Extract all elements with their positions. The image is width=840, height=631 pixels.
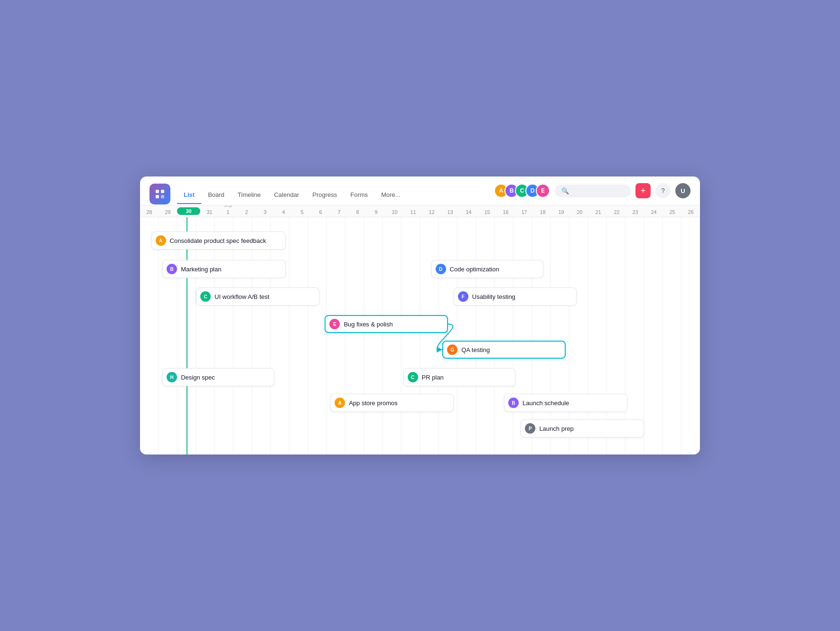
date-cell-28: 28: [140, 209, 159, 215]
task-label-t11: Launch schedule: [523, 399, 569, 407]
task-bar-t4[interactable]: DCode optimization: [431, 260, 543, 278]
task-label-t5: Usability testing: [472, 293, 515, 300]
task-bar-t7[interactable]: GQA testing: [442, 341, 566, 359]
app-window: List Board Timeline Calendar Progress Fo…: [140, 176, 700, 455]
task-bar-t5[interactable]: FUsability testing: [454, 288, 577, 306]
tab-forms[interactable]: Forms: [344, 188, 374, 204]
grid-line-11: [345, 217, 364, 455]
date-cell-11: 11: [404, 209, 422, 215]
tab-more[interactable]: More...: [374, 188, 407, 204]
grid-line-7: [271, 217, 289, 455]
task-label-t2: Marketing plan: [181, 266, 221, 273]
grid-line-20: [513, 217, 532, 455]
today-line: [187, 217, 187, 455]
date-cell-3: 3: [256, 209, 274, 215]
task-label-t1: Consolidate product spec feedback: [170, 237, 266, 244]
task-bar-t8[interactable]: HDesign spec: [162, 368, 274, 386]
task-avatar-t8: H: [167, 372, 177, 382]
tab-progress[interactable]: Progress: [306, 188, 344, 204]
grid-line-29: [681, 217, 700, 455]
tab-board[interactable]: Board: [201, 188, 231, 204]
date-cell-16: 16: [496, 209, 515, 215]
date-cell-15: 15: [478, 209, 496, 215]
date-cell-24: 24: [644, 209, 663, 215]
date-row: 28293031Sep12345678910111213141516171819…: [140, 205, 700, 217]
grid-line-27: [644, 217, 663, 455]
task-avatar-t7: G: [447, 344, 457, 355]
grid-line-25: [607, 217, 625, 455]
task-bar-t3[interactable]: CUI workflow A/B test: [196, 288, 319, 306]
app-icon: [149, 184, 170, 204]
grid-line-26: [625, 217, 644, 455]
grid-line-22: [551, 217, 569, 455]
svg-rect-1: [161, 190, 164, 193]
task-label-t4: Code optimization: [450, 266, 499, 273]
task-bar-t1[interactable]: AConsolidate product spec feedback: [151, 232, 286, 250]
grid-line-19: [495, 217, 513, 455]
grid-line-9: [308, 217, 327, 455]
task-avatar-t9: C: [408, 372, 418, 382]
grid-line-18: [476, 217, 495, 455]
grid-line-8: [289, 217, 308, 455]
grid-line-1: [159, 217, 177, 455]
task-avatar-t1: A: [156, 235, 166, 246]
task-avatar-t4: D: [436, 264, 446, 274]
task-label-t6: Bug fixes & polish: [344, 321, 392, 328]
date-cell-5: 5: [293, 209, 311, 215]
task-avatar-t11: B: [508, 398, 519, 408]
date-cell-30: 30: [177, 207, 200, 215]
date-cell-9: 9: [367, 209, 385, 215]
date-cell-25: 25: [663, 209, 681, 215]
add-button[interactable]: +: [635, 183, 651, 198]
date-cell-20: 20: [570, 209, 589, 215]
user-avatar[interactable]: U: [675, 183, 691, 198]
dependency-arrow: [140, 217, 700, 455]
grid-lines: [140, 217, 700, 455]
tab-list[interactable]: List: [177, 188, 201, 204]
task-bar-t9[interactable]: CPR plan: [403, 368, 515, 386]
search-input[interactable]: [572, 187, 624, 195]
header: List Board Timeline Calendar Progress Fo…: [140, 176, 700, 205]
date-cell-12: 12: [422, 209, 441, 215]
grid-line-12: [364, 217, 383, 455]
date-cell-17: 17: [515, 209, 533, 215]
grid-line-3: [196, 217, 215, 455]
grid-line-4: [215, 217, 233, 455]
tab-timeline[interactable]: Timeline: [231, 188, 268, 204]
grid-line-0: [140, 217, 159, 455]
svg-rect-2: [156, 195, 159, 198]
title-area: List Board Timeline Calendar Progress Fo…: [177, 185, 487, 204]
task-bar-t12[interactable]: PLaunch prep: [521, 419, 644, 437]
grid-line-28: [663, 217, 681, 455]
task-bar-t6[interactable]: EBug fixes & polish: [325, 315, 448, 333]
search-box[interactable]: 🔍: [555, 185, 631, 197]
tab-calendar[interactable]: Calendar: [267, 188, 306, 204]
grid-line-5: [233, 217, 252, 455]
task-avatar-t5: F: [458, 291, 468, 302]
help-button[interactable]: ?: [655, 183, 671, 198]
grid-line-21: [532, 217, 551, 455]
grid-line-13: [383, 217, 401, 455]
grid-line-24: [588, 217, 607, 455]
date-cell-4: 4: [274, 209, 293, 215]
timeline-area: 28293031Sep12345678910111213141516171819…: [140, 205, 700, 455]
task-bar-t2[interactable]: BMarketing plan: [162, 260, 286, 278]
date-cell-23: 23: [626, 209, 644, 215]
search-icon: 🔍: [561, 187, 569, 195]
grid-line-14: [401, 217, 420, 455]
date-cell-22: 22: [607, 209, 626, 215]
date-cell-6: 6: [311, 209, 330, 215]
header-right: A B C D E 🔍 + ? U: [494, 183, 691, 205]
date-cell-7: 7: [330, 209, 348, 215]
date-cell-26: 26: [681, 209, 700, 215]
date-cell-10: 10: [385, 209, 404, 215]
grid-line-10: [327, 217, 345, 455]
task-label-t8: Design spec: [181, 374, 215, 381]
grid-line-16: [439, 217, 457, 455]
task-bar-t10[interactable]: AApp store promos: [330, 394, 454, 412]
task-avatar-t12: P: [525, 423, 535, 434]
grid-line-17: [457, 217, 476, 455]
task-bar-t11[interactable]: BLaunch schedule: [504, 394, 627, 412]
task-avatar-t2: B: [167, 264, 177, 274]
grid-line-15: [420, 217, 439, 455]
